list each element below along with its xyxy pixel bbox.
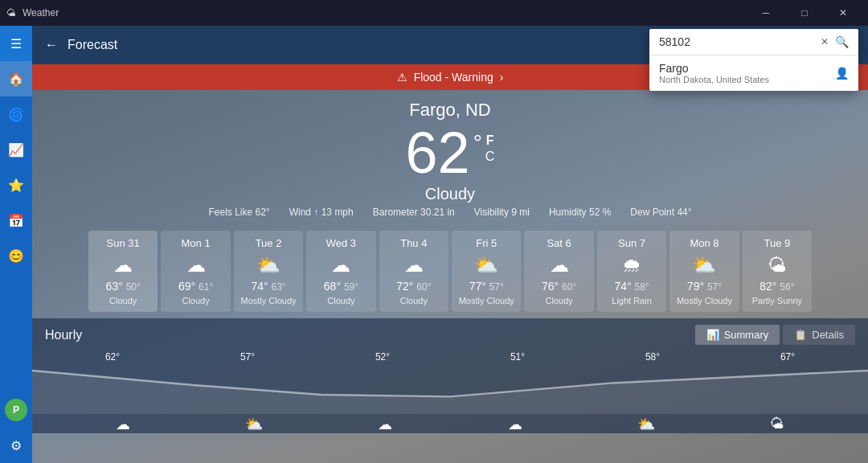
forecast-day-icon: ☁ (383, 254, 445, 277)
forecast-day-icon: 🌤 (746, 254, 809, 277)
forecast-day[interactable]: Sun 7 🌧 74° 58° Light Rain (597, 231, 666, 312)
forecast-lo: 63° (271, 281, 285, 293)
forecast-day[interactable]: Thu 4 ☁ 72° 60° Cloudy (379, 231, 448, 312)
hourly-weather-icon: ⛅ (245, 416, 263, 433)
forecast-day-name: Thu 4 (383, 237, 445, 249)
sidebar-item-news[interactable]: 📅 (0, 203, 32, 238)
forecast-day-temps: 68° 59° (309, 280, 372, 293)
forecast-day-temps: 79° 57° (673, 280, 735, 293)
warning-chevron: › (500, 71, 504, 84)
titlebar-right: ─ □ ✕ (747, 0, 862, 26)
forecast-day-name: Tue 9 (746, 237, 809, 249)
hourly-temp-value: 67° (780, 351, 795, 363)
search-clear-button[interactable]: ✕ (817, 33, 832, 51)
current-weather: Fargo, ND 62 ° F C Cloudy Feels Like 62°… (32, 90, 868, 224)
forecast-day[interactable]: Mon 8 ⛅ 79° 57° Mostly Cloudy (669, 231, 739, 312)
hourly-temp-value: 62° (105, 351, 120, 363)
forecast-day[interactable]: Tue 9 🌤 82° 56° Partly Sunny (743, 231, 812, 312)
weather-background: ⚠ Flood - Warning › Fargo, ND 62 ° F C C… (32, 64, 868, 463)
forecast-lo: 57° (707, 281, 722, 293)
forecast-hi: 77° (469, 280, 486, 293)
forecast-day-name: Tue 2 (237, 237, 300, 249)
search-input[interactable] (656, 32, 817, 51)
search-result-name: Fargo (659, 62, 769, 75)
hourly-header: Hourly 📊 Summary 📋 Details (45, 325, 855, 345)
forecast-day-condition: Light Rain (600, 296, 663, 305)
main-content: ← Forecast ☆ 📌 … ✕ 🔍 Fargo North Dakota,… (32, 26, 868, 463)
back-button[interactable]: ← (42, 35, 61, 55)
sidebar-item-home[interactable]: 🏠 (0, 61, 32, 96)
forecast-lo: 50° (126, 281, 141, 293)
maximize-button[interactable]: □ (786, 0, 823, 26)
search-result-person-icon: 👤 (835, 67, 849, 80)
forecast-hi: 63° (106, 280, 123, 293)
forecast-day[interactable]: Fri 5 ⛅ 77° 57° Mostly Cloudy (452, 231, 521, 312)
temperature-row: 62 ° F C (32, 124, 868, 182)
forecast-day-name: Wed 3 (309, 237, 372, 249)
hourly-title: Hourly (45, 328, 82, 342)
forecast-lo: 59° (344, 281, 358, 293)
forecast-hi: 76° (542, 280, 559, 293)
humidity: Humidity 52 % (549, 207, 611, 218)
hourly-weather-icon: ⛅ (637, 416, 655, 433)
hourly-temps-row: 62°57°52°51°58°67° (32, 351, 868, 363)
visibility: Visibility 9 mi (474, 207, 530, 218)
unit-celsius[interactable]: C (485, 150, 495, 164)
search-submit-button[interactable]: 🔍 (832, 32, 852, 51)
forecast-day-name: Fri 5 (455, 237, 518, 249)
sidebar-item-favorites[interactable]: ⭐ (0, 167, 32, 203)
forecast-day-condition: Mostly Cloudy (237, 296, 300, 305)
forecast-day[interactable]: Wed 3 ☁ 68° 59° Cloudy (306, 231, 375, 312)
search-result-item[interactable]: Fargo North Dakota, United States 👤 (649, 55, 858, 91)
forecast-day-temps: 63° 50° (92, 280, 154, 293)
forecast-day-condition: Cloudy (309, 296, 372, 305)
forecast-day-name: Sat 6 (527, 237, 590, 249)
forecast-day-icon: ⛅ (673, 254, 735, 277)
sidebar-item-radar[interactable]: 🌀 (0, 96, 32, 132)
forecast-day-icon: ⛅ (455, 254, 518, 277)
sidebar-item-maps[interactable]: 📈 (0, 132, 32, 167)
close-button[interactable]: ✕ (825, 0, 862, 26)
forecast-day-icon: ⛅ (237, 254, 300, 277)
forecast-lo: 60° (562, 281, 576, 293)
forecast-lo: 60° (416, 281, 431, 293)
summary-button[interactable]: 📊 Summary (695, 325, 780, 345)
forecast-day[interactable]: Mon 1 ☁ 69° 61° Cloudy (161, 231, 230, 312)
forecast-day-icon: ☁ (309, 254, 372, 277)
forecast-day-icon: ☁ (164, 254, 227, 277)
details-button[interactable]: 📋 Details (783, 325, 855, 345)
forecast-lo: 57° (489, 281, 504, 293)
forecast-day-temps: 74° 63° (237, 280, 300, 293)
hourly-weather-icon: 🌤 (770, 416, 784, 433)
hourly-weather-icon: ☁ (508, 416, 522, 433)
hourly-temp-value: 58° (645, 351, 660, 363)
forecast-day-name: Sun 7 (600, 237, 663, 249)
unit-fahrenheit[interactable]: F (485, 133, 495, 148)
sidebar-settings[interactable]: ⚙ (0, 428, 32, 463)
summary-chart-icon: 📊 (706, 329, 719, 341)
search-input-row: ✕ 🔍 (649, 29, 858, 55)
forecast-day-condition: Partly Sunny (746, 296, 809, 305)
sidebar-avatar-container[interactable]: P (0, 392, 32, 428)
forecast-day-temps: 82° 56° (746, 280, 809, 293)
forecast-hi: 82° (760, 280, 776, 293)
degree-symbol: ° (473, 130, 482, 156)
hourly-chart-svg (32, 366, 868, 414)
hourly-buttons: 📊 Summary 📋 Details (695, 325, 855, 345)
forecast-day[interactable]: Sun 31 ☁ 63° 50° Cloudy (88, 231, 158, 312)
hourly-weather-icon: ☁ (378, 416, 392, 433)
forecast-hi: 79° (687, 280, 704, 293)
weather-details: Feels Like 62° Wind ↑ 13 mph Barometer 3… (32, 207, 868, 218)
forecast-day-condition: Cloudy (92, 296, 154, 305)
sidebar-item-hamburger[interactable]: ☰ (0, 26, 32, 61)
wind: Wind ↑ 13 mph (289, 207, 354, 218)
forecast-day[interactable]: Tue 2 ⛅ 74° 63° Mostly Cloudy (234, 231, 303, 312)
minimize-button[interactable]: ─ (747, 0, 784, 26)
forecast-day[interactable]: Sat 6 ☁ 76° 60° Cloudy (524, 231, 593, 312)
forecast-day-name: Mon 1 (164, 237, 227, 249)
current-condition: Cloudy (32, 185, 868, 203)
sidebar-item-lifestyle[interactable]: 😊 (0, 238, 32, 273)
titlebar-left: 🌤 Weather (6, 7, 59, 18)
forecast-day-name: Sun 31 (92, 237, 154, 249)
avatar: P (5, 399, 27, 421)
